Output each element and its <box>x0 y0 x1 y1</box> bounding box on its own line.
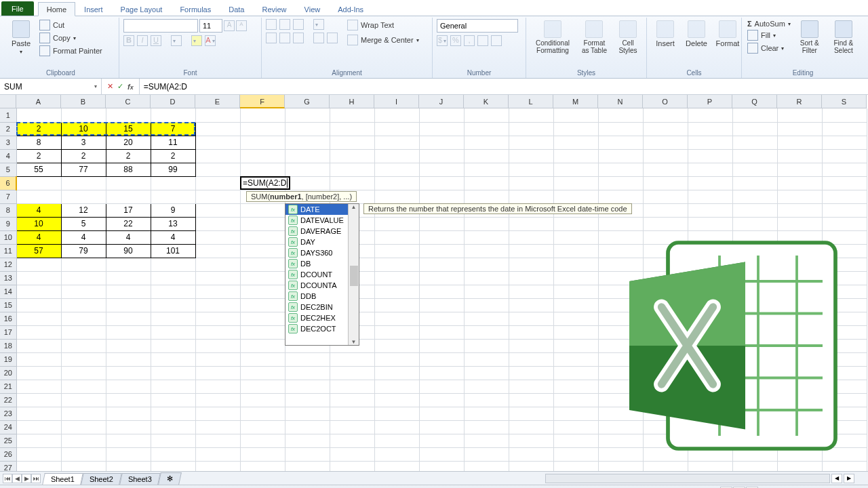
cell-I19[interactable] <box>374 352 419 366</box>
cell-F4[interactable] <box>240 149 285 163</box>
cell-E24[interactable] <box>195 420 240 434</box>
cell-G21[interactable] <box>285 380 330 393</box>
cell-E14[interactable] <box>195 285 240 298</box>
cell-D8[interactable]: 9 <box>151 203 195 217</box>
cell-B22[interactable] <box>61 393 106 407</box>
cell-C25[interactable] <box>106 434 151 447</box>
ac-item-day[interactable]: fxDAY <box>285 237 348 247</box>
cell-K5[interactable] <box>464 163 509 176</box>
indent-dec-icon[interactable] <box>313 33 324 43</box>
tab-page-layout[interactable]: Page Layout <box>112 2 172 16</box>
cell-O1[interactable] <box>643 108 688 122</box>
cell-G5[interactable] <box>285 163 330 176</box>
cell-C14[interactable] <box>106 285 151 298</box>
paste-button[interactable]: Paste▾ <box>7 19 35 56</box>
cell-D15[interactable] <box>151 298 195 312</box>
ac-item-daverage[interactable]: fxDAVERAGE <box>285 226 348 237</box>
cell-D6[interactable] <box>151 176 195 190</box>
cell-P3[interactable] <box>688 136 732 149</box>
cell-M7[interactable] <box>553 190 598 203</box>
cell-K16[interactable] <box>464 312 509 325</box>
row-header-10[interactable]: 10 <box>0 230 16 244</box>
cell-G25[interactable] <box>285 434 330 447</box>
cell-Q5[interactable] <box>732 163 777 176</box>
cell-M2[interactable] <box>553 122 598 136</box>
cell-B26[interactable] <box>61 447 106 461</box>
cell-O6[interactable] <box>643 176 688 190</box>
cell-A5[interactable]: 55 <box>16 163 61 176</box>
cell-D16[interactable] <box>151 312 195 325</box>
cell-D14[interactable] <box>151 285 195 298</box>
cell-D9[interactable]: 13 <box>151 217 195 230</box>
cell-M4[interactable] <box>553 149 598 163</box>
cell-O3[interactable] <box>643 136 688 149</box>
cell-J27[interactable] <box>419 461 464 471</box>
tab-file[interactable]: File <box>1 1 34 16</box>
new-sheet-button[interactable]: ✻ <box>158 472 182 485</box>
cell-S7[interactable] <box>822 190 867 203</box>
cell-M6[interactable] <box>553 176 598 190</box>
cell-S8[interactable] <box>822 203 867 217</box>
cell-M13[interactable] <box>553 271 598 285</box>
cell-M23[interactable] <box>553 407 598 420</box>
cell-A22[interactable] <box>16 393 61 407</box>
cell-L2[interactable] <box>509 122 553 136</box>
cell-C5[interactable]: 88 <box>106 163 151 176</box>
ac-item-dec2oct[interactable]: fxDEC2OCT <box>285 323 348 334</box>
cell-A23[interactable] <box>16 407 61 420</box>
name-box[interactable] <box>4 82 72 92</box>
conditional-formatting-button[interactable]: Conditional Formatting <box>530 19 575 56</box>
cell-H5[interactable] <box>330 163 374 176</box>
cell-M1[interactable] <box>553 108 598 122</box>
wrap-text-button[interactable]: Wrap Text <box>346 19 420 31</box>
row-header-11[interactable]: 11 <box>0 244 16 258</box>
cell-L14[interactable] <box>509 285 553 298</box>
cell-L26[interactable] <box>509 447 553 461</box>
row-header-18[interactable]: 18 <box>0 339 16 352</box>
col-header-F[interactable]: F <box>240 95 285 108</box>
font-color-button[interactable]: A <box>205 35 216 46</box>
col-header-R[interactable]: R <box>777 95 822 108</box>
row-header-15[interactable]: 15 <box>0 298 16 312</box>
borders-button[interactable] <box>171 35 182 46</box>
cell-L16[interactable] <box>509 312 553 325</box>
cell-H23[interactable] <box>330 407 374 420</box>
cell-Q4[interactable] <box>732 149 777 163</box>
cell-O8[interactable] <box>643 203 688 217</box>
cell-C22[interactable] <box>106 393 151 407</box>
row-header-14[interactable]: 14 <box>0 285 16 298</box>
cell-I20[interactable] <box>374 366 419 380</box>
cell-C13[interactable] <box>106 271 151 285</box>
cell-R8[interactable] <box>777 203 822 217</box>
comma-icon[interactable]: , <box>464 35 475 46</box>
cell-D11[interactable]: 101 <box>151 244 195 258</box>
cell-I21[interactable] <box>374 380 419 393</box>
cut-button[interactable]: Cut <box>38 19 104 31</box>
cell-B15[interactable] <box>61 298 106 312</box>
cell-F5[interactable] <box>240 163 285 176</box>
cell-I3[interactable] <box>374 136 419 149</box>
cell-M16[interactable] <box>553 312 598 325</box>
cell-F12[interactable] <box>240 258 285 271</box>
cell-J4[interactable] <box>419 149 464 163</box>
cell-K19[interactable] <box>464 352 509 366</box>
tab-formulas[interactable]: Formulas <box>171 2 220 16</box>
cell-G27[interactable] <box>285 461 330 471</box>
cell-M5[interactable] <box>553 163 598 176</box>
cell-C16[interactable] <box>106 312 151 325</box>
cell-F15[interactable] <box>240 298 285 312</box>
hscroll-left[interactable]: ◀ <box>831 474 842 483</box>
cell-D2[interactable]: 7 <box>151 122 195 136</box>
cell-N7[interactable] <box>598 190 643 203</box>
cell-G4[interactable] <box>285 149 330 163</box>
cell-K6[interactable] <box>464 176 509 190</box>
cell-E19[interactable] <box>195 352 240 366</box>
cell-I23[interactable] <box>374 407 419 420</box>
dec-decimal-icon[interactable] <box>491 35 502 46</box>
cell-P8[interactable] <box>688 203 732 217</box>
cell-B20[interactable] <box>61 366 106 380</box>
cell-L21[interactable] <box>509 380 553 393</box>
cell-M10[interactable] <box>553 230 598 244</box>
cell-F27[interactable] <box>240 461 285 471</box>
italic-button[interactable]: I <box>137 35 148 46</box>
